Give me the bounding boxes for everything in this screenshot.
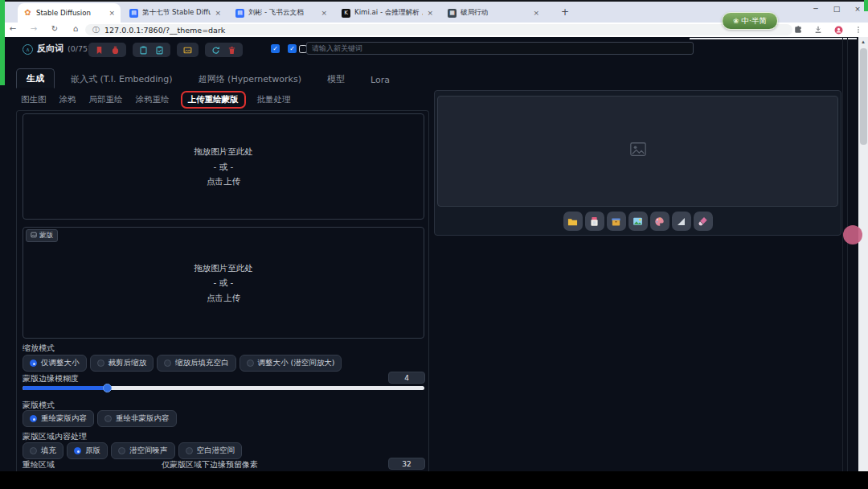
tab-close-icon[interactable]: × xyxy=(427,9,433,17)
tab-extra-1[interactable]: 嵌入式 (T.I. Embedding) xyxy=(61,70,182,88)
screenshare-border-right xyxy=(864,0,868,11)
trash-icon[interactable] xyxy=(227,43,237,56)
minimize-button[interactable]: ─ xyxy=(806,5,825,13)
image-upload-dropzone[interactable]: 拖放图片至此处 - 或 - 点击上传 xyxy=(23,113,424,220)
radio-label: 缩放后填充空白 xyxy=(175,358,229,368)
browser-tab[interactable]: ▤第十七节 Stable Diffusion涂鸦× xyxy=(124,3,227,23)
zip-icon[interactable] xyxy=(607,212,626,231)
tab-favicon-icon: ▤ xyxy=(235,9,244,18)
browser-tab[interactable]: ✿Stable Diffusion× xyxy=(18,3,121,23)
reload-icon[interactable]: ↻ xyxy=(48,24,61,33)
maximize-button[interactable]: □ xyxy=(827,5,846,13)
site-info-icon[interactable]: ⓘ xyxy=(92,25,100,35)
browser-tab[interactable]: ▦破局行动× xyxy=(442,3,545,23)
inpaint-upload-panel: 拖放图片至此处 - 或 - 点击上传 蒙版 拖放图片至此处 - 或 - 点击上传… xyxy=(16,110,429,471)
subtab-0[interactable]: 图生图 xyxy=(21,94,47,105)
image-icon[interactable] xyxy=(628,212,648,231)
ime-status-widget[interactable]: ❀ 中·半简 xyxy=(722,12,778,30)
click-upload-text: 点击上传 xyxy=(207,174,240,188)
keyword-input[interactable] xyxy=(306,42,694,55)
subtab-4[interactable]: 上传重绘蒙版 xyxy=(182,92,244,107)
radio-option[interactable]: 潜空间噪声 xyxy=(111,442,175,459)
tab-extra-2[interactable]: 超网络 (Hypernetworks) xyxy=(189,70,311,88)
result-gallery[interactable] xyxy=(437,96,838,207)
radio-dot-icon xyxy=(74,447,81,454)
subtab-2[interactable]: 局部重绘 xyxy=(89,94,123,105)
tab-close-icon[interactable]: × xyxy=(321,9,327,17)
radio-option[interactable]: 调整大小 (潜空间放大) xyxy=(240,355,342,372)
radio-option[interactable]: 空白潜空间 xyxy=(178,442,243,459)
tab-generate[interactable]: 生成 xyxy=(16,68,55,88)
mask-upload-dropzone[interactable]: 蒙版 拖放图片至此处 - 或 - 点击上传 xyxy=(23,227,424,339)
resize-mode-radio-group: 仅调整大小裁剪后缩放缩放后填充空白调整大小 (潜空间放大) xyxy=(23,355,342,372)
back-icon[interactable]: ← xyxy=(6,24,19,33)
negative-prompt-title: 反向词 xyxy=(37,43,63,55)
address-bar[interactable]: ⓘ 127.0.0.1:7860/?__theme=dark xyxy=(85,24,792,35)
prompt-toolbar-group xyxy=(133,43,170,57)
screenshare-border-left xyxy=(0,0,5,85)
tab-close-icon[interactable]: × xyxy=(215,9,221,17)
page-scrollbar[interactable]: ▴ xyxy=(858,37,868,471)
scrollbar-thumb[interactable] xyxy=(860,48,867,145)
panel-divider-2 xyxy=(847,37,848,471)
ruler-icon[interactable] xyxy=(672,212,691,231)
home-icon[interactable]: ⌂ xyxy=(69,24,82,33)
card-yellow-icon[interactable] xyxy=(182,43,193,56)
keyword-checkbox[interactable]: ✓ xyxy=(288,44,297,53)
token-counter: (0/75) xyxy=(68,44,91,53)
brush-icon[interactable] xyxy=(694,212,713,231)
subtab-1[interactable]: 涂鸦 xyxy=(59,94,76,105)
tab-favicon-icon: ▤ xyxy=(129,9,138,18)
keyword-checkbox[interactable]: ✓ xyxy=(271,44,280,53)
radio-option[interactable]: 重绘蒙版内容 xyxy=(23,410,94,427)
radio-option[interactable]: 缩放后填充空白 xyxy=(157,355,236,372)
radio-dot-icon xyxy=(97,360,104,367)
puzzle-icon[interactable] xyxy=(793,25,803,35)
checkbox-row: ✓✓ xyxy=(271,44,307,53)
radio-option[interactable]: 重绘非蒙版内容 xyxy=(97,410,177,427)
tab-close-icon[interactable]: × xyxy=(108,9,115,17)
radio-label: 潜空间噪声 xyxy=(129,446,168,456)
mask-mode-radio-group: 重绘蒙版内容重绘非蒙版内容 xyxy=(23,410,177,427)
download-icon[interactable] xyxy=(813,25,823,35)
drop-red-icon[interactable] xyxy=(110,43,121,56)
tab-extra-4[interactable]: Lora xyxy=(361,72,399,88)
gallery-action-buttons xyxy=(435,212,841,231)
radio-dot-icon xyxy=(118,447,125,454)
palette-icon[interactable] xyxy=(650,212,669,231)
radio-label: 裁剪后缩放 xyxy=(108,358,147,368)
new-tab-button[interactable]: + xyxy=(559,6,571,19)
radio-option[interactable]: 仅调整大小 xyxy=(23,355,87,372)
tab-close-icon[interactable]: × xyxy=(533,9,539,17)
radio-option[interactable]: 裁剪后缩放 xyxy=(90,355,154,372)
radio-dot-icon xyxy=(30,360,37,367)
radio-option[interactable]: 原版 xyxy=(67,442,108,459)
subtab-5[interactable]: 批量处理 xyxy=(257,94,291,105)
click-upload-text: 点击上传 xyxy=(207,290,240,305)
scrollbar-up-icon[interactable]: ▴ xyxy=(858,38,868,47)
image-placeholder-icon xyxy=(629,141,647,162)
save-icon[interactable] xyxy=(585,212,604,231)
webui-page: ∧ 反向词 (0/75) ✓✓ 生成嵌入式 (T.I. Embedding)超网… xyxy=(0,37,868,471)
forward-icon[interactable]: → xyxy=(27,24,40,33)
folder-icon[interactable] xyxy=(563,212,583,231)
browser-tab[interactable]: KKimi.ai - 会推理解析，能深度...× xyxy=(336,3,439,23)
slider-thumb[interactable] xyxy=(103,384,112,392)
bookmark-red-icon[interactable] xyxy=(94,43,104,56)
subtab-3[interactable]: 涂鸦重绘 xyxy=(136,94,170,105)
menu-dots-icon[interactable] xyxy=(854,25,863,35)
collapse-chevron-icon[interactable]: ∧ xyxy=(23,44,33,55)
radio-option[interactable]: 填充 xyxy=(23,442,63,459)
clipboard-check-icon[interactable] xyxy=(154,43,165,56)
radio-dot-icon xyxy=(186,447,193,454)
radio-label: 填充 xyxy=(41,446,56,456)
clipboard-icon[interactable] xyxy=(138,43,149,56)
tab-extra-3[interactable]: 模型 xyxy=(317,70,354,88)
avatar-icon[interactable] xyxy=(833,25,843,35)
refresh-icon[interactable] xyxy=(211,43,221,56)
browser-tab[interactable]: ▤刘彬 - 飞书云文档× xyxy=(230,3,333,23)
mask-blur-value[interactable]: 4 xyxy=(388,372,425,384)
masked-padding-value[interactable]: 32 xyxy=(388,458,425,470)
pink-floating-button[interactable] xyxy=(843,225,862,244)
mask-blur-slider[interactable] xyxy=(23,386,424,390)
